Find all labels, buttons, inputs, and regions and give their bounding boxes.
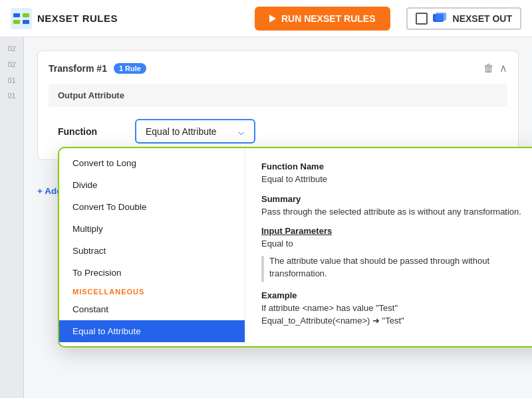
input-param-name: Equal to xyxy=(261,237,532,250)
delete-transform-icon[interactable]: 🗑 xyxy=(483,62,494,74)
nexset-out-checkbox xyxy=(416,13,428,25)
svg-rect-4 xyxy=(23,20,29,24)
sidebar-num-1: 02 xyxy=(7,43,15,56)
app-title: NEXSET RULES xyxy=(37,13,118,24)
summary-heading: Summary xyxy=(261,194,532,204)
function-select-dropdown[interactable]: Equal to Attribute ⌵ xyxy=(135,119,255,144)
run-button-label: RUN NEXSET RULES xyxy=(281,13,376,24)
input-param-bar xyxy=(261,256,264,282)
function-dropdown-menu: Convert to Long Divide Convert To Double… xyxy=(58,147,532,348)
main-content: 02 02 01 01 Transform #1 1 Rule 🗑 ∧ Outp… xyxy=(0,37,532,398)
function-select-value: Equal to Attribute xyxy=(146,126,217,137)
summary-text: Pass through the selected attribute as i… xyxy=(261,205,532,219)
content-area: Transform #1 1 Rule 🗑 ∧ Output Attribute… xyxy=(24,37,532,398)
sidebar-num-3: 01 xyxy=(7,74,15,88)
sidebar-num-2: 02 xyxy=(7,58,15,72)
nexset-out-icon xyxy=(433,13,448,25)
header: NEXSET RULES RUN NEXSET RULES NEXSET OUT xyxy=(0,0,532,37)
collapse-transform-icon[interactable]: ∧ xyxy=(499,62,507,74)
function-name-heading: Function Name xyxy=(261,161,532,171)
dropdown-list: Convert to Long Divide Convert To Double… xyxy=(59,148,245,346)
example-heading: Example xyxy=(261,290,532,300)
run-nexset-rules-button[interactable]: RUN NEXSET RULES xyxy=(255,7,390,31)
output-attribute-row: Output Attribute xyxy=(49,84,507,107)
transform-header: Transform #1 1 Rule 🗑 ∧ xyxy=(49,62,507,74)
play-icon xyxy=(269,15,276,23)
nexset-out-tab[interactable]: NEXSET OUT xyxy=(406,7,521,30)
function-name-value: Equal to Attribute xyxy=(261,173,532,186)
example-line1: If attribute <name> has value "Test" xyxy=(261,302,532,315)
dropdown-item-to-precision[interactable]: To Precision xyxy=(59,262,245,284)
transform-card: Transform #1 1 Rule 🗑 ∧ Output Attribute… xyxy=(37,50,519,160)
dropdown-item-equal-to-attribute[interactable]: Equal to Attribute xyxy=(59,320,245,342)
dropdown-section-miscellaneous: MISCELLANEOUS xyxy=(59,284,245,298)
dropdown-item-constant[interactable]: Constant xyxy=(59,298,245,320)
input-param-desc: The attribute value that should be passe… xyxy=(269,254,532,280)
input-params-heading: Input Parameters xyxy=(261,226,532,236)
rule-badge: 1 Rule xyxy=(114,63,146,74)
output-attribute-label: Output Attribute xyxy=(58,90,124,100)
svg-rect-6 xyxy=(436,13,446,21)
dropdown-item-convert-to-long[interactable]: Convert to Long xyxy=(59,152,245,174)
input-param-bar-row: The attribute value that should be passe… xyxy=(261,254,532,282)
svg-rect-2 xyxy=(23,13,29,17)
transform-actions: 🗑 ∧ xyxy=(483,62,507,74)
example-line2: Equal_to_Attribute(<name>) ➜ "Test" xyxy=(261,314,532,328)
svg-rect-1 xyxy=(13,13,20,17)
app-logo: NEXSET RULES xyxy=(11,8,118,29)
dropdown-item-divide[interactable]: Divide xyxy=(59,174,245,196)
dropdown-item-convert-to-double[interactable]: Convert To Double xyxy=(59,196,245,218)
svg-rect-0 xyxy=(11,8,32,29)
function-label: Function xyxy=(58,126,124,137)
dropdown-arrow-icon: ⌵ xyxy=(238,125,245,138)
sidebar-num-4: 01 xyxy=(7,90,15,103)
transform-title: Transform #1 xyxy=(49,63,107,74)
function-row: Function Equal to Attribute ⌵ Convert to… xyxy=(49,114,507,149)
logo-icon xyxy=(11,8,32,29)
dropdown-item-subtract[interactable]: Subtract xyxy=(59,240,245,262)
function-info-panel: Function Name Equal to Attribute Summary… xyxy=(245,148,532,346)
left-sidebar: 02 02 01 01 xyxy=(0,37,24,398)
svg-rect-3 xyxy=(13,20,20,24)
dropdown-item-multiply[interactable]: Multiply xyxy=(59,218,245,240)
nexset-out-label: NEXSET OUT xyxy=(453,13,512,24)
